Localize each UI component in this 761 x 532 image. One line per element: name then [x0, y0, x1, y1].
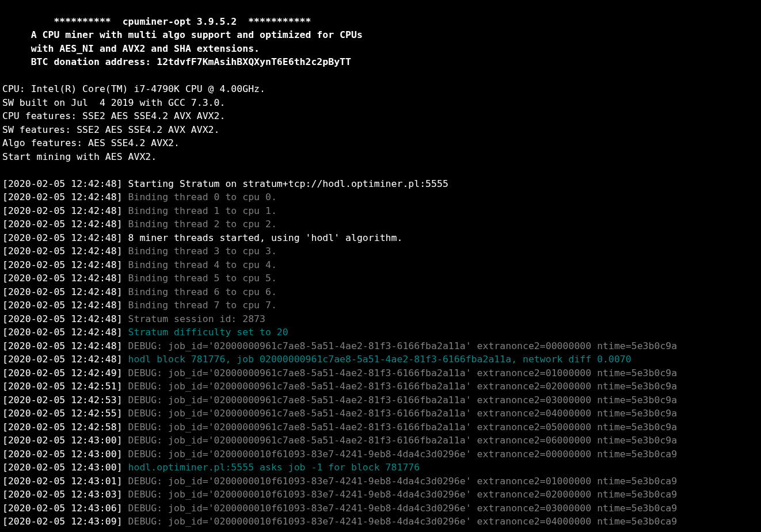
log-timestamp: [2020-02-05 12:42:48]	[2, 286, 123, 297]
log-timestamp: [2020-02-05 12:42:49]	[2, 368, 123, 378]
start-mining: Start mining with AES AVX2.	[2, 151, 157, 162]
log-message: Binding thread 2 to cpu 2.	[128, 219, 277, 229]
algo-features: Algo features: AES SSE4.2 AVX2.	[2, 137, 180, 148]
log-message: DEBUG: job_id='02000000961c7ae8-5a51-4ae…	[128, 368, 678, 378]
log-timestamp: [2020-02-05 12:43:03]	[2, 489, 123, 500]
header-block: ********** cpuminer-opt 3.9.5.2 ********…	[2, 15, 761, 529]
log-message: hodl block 781776, job 02000000961c7ae8-…	[128, 354, 631, 365]
log-timestamp: [2020-02-05 12:42:51]	[2, 381, 123, 392]
log-timestamp: [2020-02-05 12:42:48]	[2, 205, 123, 216]
log-timestamp: [2020-02-05 12:42:48]	[2, 340, 123, 351]
log-timestamp: [2020-02-05 12:42:48]	[2, 219, 123, 229]
log-message: DEBUG: job_id='02000000961c7ae8-5a51-4ae…	[128, 381, 678, 392]
banner-stars-left: **********	[54, 16, 111, 27]
log-area: [2020-02-05 12:42:48] Starting Stratum o…	[2, 177, 761, 529]
log-timestamp: [2020-02-05 12:42:48]	[2, 354, 123, 365]
app-desc-line1: A CPU miner with multi algo support and …	[31, 29, 363, 40]
log-message: DEBUG: job_id='02000000961c7ae8-5a51-4ae…	[128, 340, 678, 351]
app-title: cpuminer-opt 3.9.5.2	[123, 16, 237, 27]
log-timestamp: [2020-02-05 12:43:06]	[2, 503, 123, 514]
app-desc-line2: with AES_NI and AVX2 and SHA extensions.	[31, 43, 260, 54]
log-timestamp: [2020-02-05 12:42:53]	[2, 395, 123, 405]
log-message: DEBUG: job_id='02000000961c7ae8-5a51-4ae…	[128, 422, 678, 433]
log-message: Binding thread 3 to cpu 3.	[128, 246, 277, 257]
log-timestamp: [2020-02-05 12:42:58]	[2, 422, 123, 433]
log-message: Starting Stratum on stratum+tcp://hodl.o…	[128, 178, 448, 189]
log-timestamp: [2020-02-05 12:43:00]	[2, 435, 123, 446]
log-message: Binding thread 4 to cpu 4.	[128, 259, 277, 270]
log-message: DEBUG: job_id='0200000010f61093-83e7-424…	[128, 516, 678, 527]
log-message: DEBUG: job_id='0200000010f61093-83e7-424…	[128, 449, 678, 460]
log-timestamp: [2020-02-05 12:42:55]	[2, 408, 123, 419]
log-message: DEBUG: job_id='02000000961c7ae8-5a51-4ae…	[128, 408, 678, 419]
log-message: DEBUG: job_id='0200000010f61093-83e7-424…	[128, 489, 678, 500]
log-message: DEBUG: job_id='02000000961c7ae8-5a51-4ae…	[128, 395, 678, 405]
log-timestamp: [2020-02-05 12:42:48]	[2, 192, 123, 202]
log-timestamp: [2020-02-05 12:42:48]	[2, 232, 123, 243]
log-message: Binding thread 6 to cpu 6.	[128, 286, 277, 297]
log-message: Binding thread 5 to cpu 5.	[128, 273, 277, 284]
log-timestamp: [2020-02-05 12:42:48]	[2, 273, 123, 284]
log-timestamp: [2020-02-05 12:43:09]	[2, 516, 123, 527]
banner-stars-right: ***********	[248, 16, 311, 27]
log-message: Stratum difficulty set to 20	[128, 327, 288, 338]
terminal-output: ********** cpuminer-opt 3.9.5.2 ********…	[0, 0, 761, 532]
btc-donation-address: BTC donation address: 12tdvfF7KmAsihBXQX…	[31, 56, 351, 67]
log-timestamp: [2020-02-05 12:43:00]	[2, 449, 123, 460]
log-timestamp: [2020-02-05 12:42:48]	[2, 300, 123, 311]
log-message: DEBUG: job_id='0200000010f61093-83e7-424…	[128, 476, 678, 487]
log-message: DEBUG: job_id='0200000010f61093-83e7-424…	[128, 503, 678, 514]
log-message: hodl.optiminer.pl:5555 asks job -1 for b…	[128, 462, 420, 473]
log-message: Binding thread 7 to cpu 7.	[128, 300, 277, 311]
sw-features: SW features: SSE2 AES SSE4.2 AVX AVX2.	[2, 124, 220, 135]
log-message: 8 miner threads started, using 'hodl' al…	[128, 232, 403, 243]
log-timestamp: [2020-02-05 12:43:01]	[2, 476, 123, 487]
log-timestamp: [2020-02-05 12:42:48]	[2, 246, 123, 257]
sw-built: SW built on Jul 4 2019 with GCC 7.3.0.	[2, 97, 225, 108]
log-message: DEBUG: job_id='02000000961c7ae8-5a51-4ae…	[128, 435, 678, 446]
log-timestamp: [2020-02-05 12:42:48]	[2, 313, 123, 324]
log-timestamp: [2020-02-05 12:42:48]	[2, 327, 123, 338]
log-message: Binding thread 0 to cpu 0.	[128, 192, 277, 202]
cpu-info: CPU: Intel(R) Core(TM) i7-4790K CPU @ 4.…	[2, 83, 265, 94]
log-timestamp: [2020-02-05 12:42:48]	[2, 178, 123, 189]
log-message: Stratum session id: 2873	[128, 313, 265, 324]
log-message: Binding thread 1 to cpu 1.	[128, 205, 277, 216]
log-timestamp: [2020-02-05 12:42:48]	[2, 259, 123, 270]
log-timestamp: [2020-02-05 12:43:00]	[2, 462, 123, 473]
cpu-features: CPU features: SSE2 AES SSE4.2 AVX AVX2.	[2, 110, 225, 121]
